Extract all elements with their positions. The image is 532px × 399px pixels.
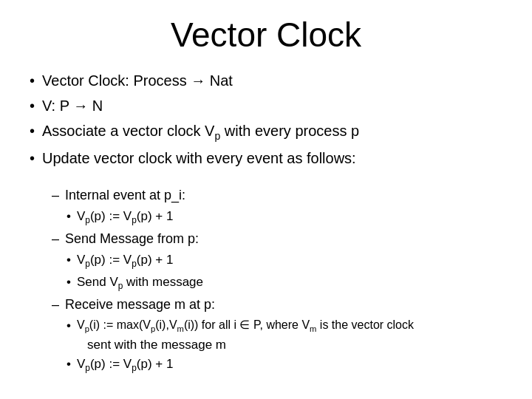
sub-dot-3: • — [66, 273, 71, 292]
internal-event-text-1: Vp(p) := Vp(p) + 1 — [77, 207, 173, 228]
bullet-item-1: • Vector Clock: Process → Nat — [30, 69, 502, 92]
sub-dot-2: • — [66, 250, 71, 270]
bullet-item-4: • Update vector clock with every event a… — [30, 147, 502, 169]
main-content: • Vector Clock: Process → Nat • V: P → N… — [30, 69, 502, 377]
bullet-item-2: • V: P → N — [30, 95, 502, 117]
receive-message-continuation: sent with the message m — [87, 335, 226, 355]
section-internal-label: Internal event at p_i: — [65, 185, 185, 205]
section-send-label: Send Message from p: — [65, 229, 199, 249]
slide-title: Vector Clock — [30, 15, 502, 55]
bullet-dot-3: • — [30, 120, 35, 142]
bullet-dot-1: • — [30, 69, 35, 92]
bullet-item-3: • Associate a vector clock Vp with every… — [30, 120, 502, 144]
section-receive-message: – Receive message m at p: — [52, 295, 502, 315]
bullet-dot-4: • — [30, 147, 35, 169]
sub-dot-4: • — [66, 316, 71, 335]
receive-message-list: • Vp(i) := max(Vp(i),Vm(i)) for all i ∈ … — [66, 316, 502, 376]
bullet-text-4: Update vector clock with every event as … — [42, 147, 356, 169]
receive-message-item-2: • Vp(p) := Vp(p) + 1 — [66, 355, 502, 375]
bullet-text-2: V: P → N — [42, 95, 103, 117]
internal-event-list: • Vp(p) := Vp(p) + 1 — [66, 207, 502, 228]
send-message-item-2: • Send Vp with message — [66, 273, 502, 293]
slide: Vector Clock • Vector Clock: Process → N… — [0, 0, 532, 399]
section-internal-event: – Internal event at p_i: — [52, 185, 502, 205]
sub-dot-1: • — [66, 207, 71, 226]
receive-message-item-1: • Vp(i) := max(Vp(i),Vm(i)) for all i ∈ … — [66, 316, 502, 354]
send-message-list: • Vp(p) := Vp(p) + 1 • Send Vp with mess… — [66, 250, 502, 293]
dash-3: – — [52, 295, 59, 315]
send-message-text-2: Send Vp with message — [77, 273, 203, 293]
sub-sections: – Internal event at p_i: • Vp(p) := Vp(p… — [52, 185, 502, 377]
send-message-text-1: Vp(p) := Vp(p) + 1 — [77, 250, 173, 271]
receive-message-text-1: Vp(i) := max(Vp(i),Vm(i)) for all i ∈ P,… — [77, 316, 414, 335]
internal-event-item-1: • Vp(p) := Vp(p) + 1 — [66, 207, 502, 228]
section-send-message: – Send Message from p: — [52, 229, 502, 249]
receive-message-text-2: Vp(p) := Vp(p) + 1 — [77, 355, 173, 375]
section-receive-label: Receive message m at p: — [65, 295, 215, 315]
send-message-item-1: • Vp(p) := Vp(p) + 1 — [66, 250, 502, 271]
dash-1: – — [52, 185, 59, 205]
bullet-text-3: Associate a vector clock Vp with every p… — [42, 120, 359, 144]
dash-2: – — [52, 229, 59, 249]
bullet-dot-2: • — [30, 95, 35, 117]
bullet-list: • Vector Clock: Process → Nat • V: P → N… — [30, 69, 502, 172]
bullet-text-1: Vector Clock: Process → Nat — [42, 69, 233, 92]
sub-dot-5: • — [66, 355, 71, 374]
